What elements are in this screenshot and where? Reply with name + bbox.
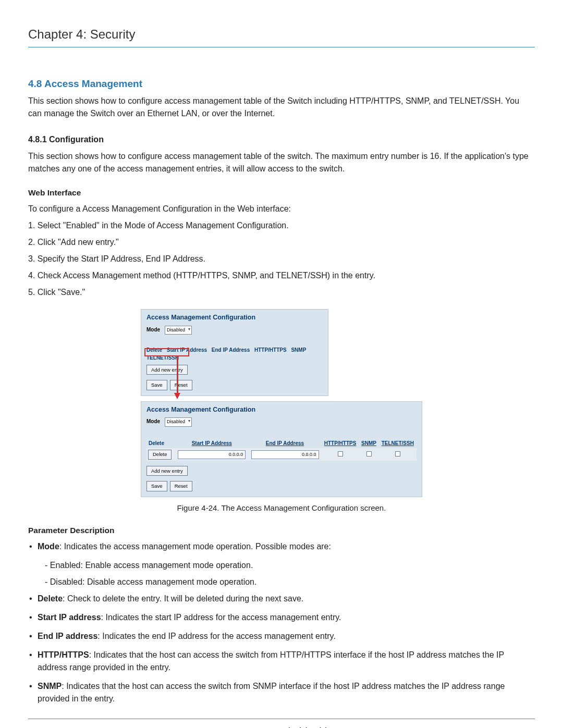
col-end-ip: End IP Address	[248, 438, 321, 449]
chapter-title: Chapter 4: Security	[28, 25, 535, 47]
col-http: HTTP/HTTPS	[254, 346, 287, 354]
table-row: Delete 0.0.0.0 0.0.0.0	[146, 448, 417, 461]
col-delete: Delete	[146, 438, 175, 449]
telnet-checkbox[interactable]	[395, 451, 400, 456]
footer-contact: 724-746-5500 | blackbox.com	[73, 723, 505, 728]
section-intro: This section shows how to configure acce…	[28, 95, 535, 120]
reset-button[interactable]: Reset	[170, 481, 192, 491]
subsection-heading: 4.8.1 Configuration	[28, 133, 535, 146]
step: 4. Check Access Management method (HTTP/…	[28, 269, 535, 282]
save-button[interactable]: Save	[146, 380, 167, 390]
param-sub: - Disabled: Disable access management mo…	[45, 576, 535, 588]
param-text: : Indicates that the host can access the…	[38, 682, 505, 703]
config-panel-top: Access Management Configuration Mode Dis…	[141, 309, 328, 396]
http-checkbox[interactable]	[338, 451, 343, 456]
param-item: Start IP address: Indicates the start IP…	[28, 611, 535, 624]
page-number: Page 196	[28, 724, 73, 728]
end-ip-input[interactable]: 0.0.0.0	[251, 450, 319, 460]
param-item: Delete: Check to delete the entry. It wi…	[28, 593, 535, 605]
col-start-ip: Start IP Address	[167, 346, 207, 354]
step: 2. Click "Add new entry."	[28, 236, 535, 249]
param-text: : Indicates the access management mode o…	[59, 542, 331, 551]
web-interface-intro: To configure a Access Management Configu…	[28, 203, 535, 215]
add-new-entry-button[interactable]: Add new entry	[146, 365, 188, 375]
param-label: SNMP	[38, 682, 62, 690]
start-ip-input[interactable]: 0.0.0.0	[178, 450, 246, 460]
col-snmp: SNMP	[359, 438, 378, 449]
footer-site: blackbox.com	[299, 725, 366, 728]
param-label: HTTP/HTTPS	[38, 650, 89, 659]
separator: |	[288, 725, 290, 728]
mode-select[interactable]: Disabled	[165, 326, 192, 335]
col-http: HTTP/HTTPS	[322, 438, 359, 449]
steps-list: 1. Select "Enabled" in the Mode of Acces…	[28, 219, 535, 299]
config-panel-bottom: Access Management Configuration Mode Dis…	[141, 401, 422, 497]
screenshot-figure: Access Management Configuration Mode Dis…	[28, 309, 535, 497]
param-sub: - Enabled: Enable access management mode…	[45, 559, 535, 572]
web-interface-heading: Web Interface	[28, 187, 535, 199]
panel-title: Access Management Configuration	[146, 313, 323, 323]
param-label: Mode	[38, 542, 59, 551]
delete-button[interactable]: Delete	[148, 450, 172, 460]
col-telnet: TELNET/SSH	[379, 438, 417, 449]
figure-caption: Figure 4-24. The Access Management Confi…	[28, 502, 535, 514]
section-heading: 4.8 Access Management	[28, 77, 535, 92]
footer: Page 196 724-746-5500 | blackbox.com LGB…	[28, 719, 535, 728]
mode-row: Mode Disabled	[146, 417, 417, 427]
param-text: : Indicates the start IP address for the…	[101, 613, 341, 622]
col-end-ip: End IP Address	[212, 346, 250, 354]
param-text: : Indicates that the host can access the…	[38, 650, 504, 672]
table-header-row: Delete Start IP Address End IP Address H…	[146, 346, 323, 362]
col-telnet: TELNET/SSH	[146, 354, 179, 362]
col-start-ip: Start IP Address	[175, 438, 248, 449]
step: 3. Specify the Start IP Address, End IP …	[28, 253, 535, 265]
param-item: HTTP/HTTPS: Indicates that the host can …	[28, 649, 535, 674]
snmp-checkbox[interactable]	[366, 451, 372, 456]
subsection-body: This section shows how to configure acce…	[28, 150, 535, 175]
col-snmp: SNMP	[291, 346, 306, 354]
param-label: End IP address	[38, 632, 97, 640]
parameter-description: Parameter Description Mode: Indicates th…	[28, 524, 535, 705]
mode-label: Mode	[146, 418, 160, 424]
param-text: : Indicates the end IP address for the a…	[97, 632, 336, 640]
col-delete: Delete	[146, 346, 162, 354]
params-heading: Parameter Description	[28, 524, 535, 536]
mode-label: Mode	[146, 327, 160, 332]
step: 1. Select "Enabled" in the Mode of Acces…	[28, 219, 535, 232]
param-item: SNMP: Indicates that the host can access…	[28, 680, 535, 705]
mode-row: Mode Disabled	[146, 326, 323, 335]
footer-phone: 724-746-5500	[212, 725, 280, 728]
step: 5. Click "Save."	[28, 286, 535, 299]
save-button[interactable]: Save	[146, 481, 167, 491]
mode-select[interactable]: Disabled	[165, 417, 192, 427]
param-item: End IP address: Indicates the end IP add…	[28, 630, 535, 643]
panel-title: Access Management Configuration	[146, 405, 417, 415]
arrow-annotation	[177, 356, 179, 401]
param-label: Start IP address	[38, 613, 101, 622]
entries-table: Delete Start IP Address End IP Address H…	[146, 438, 417, 461]
param-text: : Check to delete the entry. It will be …	[63, 594, 303, 603]
table-header-row: Delete Start IP Address End IP Address H…	[146, 438, 417, 449]
param-item: Mode: Indicates the access management mo…	[28, 540, 535, 553]
param-label: Delete	[38, 594, 63, 603]
add-new-entry-button[interactable]: Add new entry	[146, 466, 188, 476]
reset-button[interactable]: Reset	[170, 380, 192, 390]
